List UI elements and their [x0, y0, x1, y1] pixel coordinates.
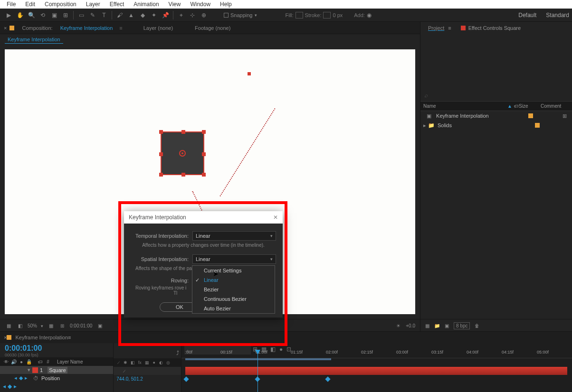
frame-blend-col-icon[interactable]: ▦	[144, 360, 150, 365]
lock-switch-icon[interactable]: 🔒	[26, 359, 32, 364]
transform-handle[interactable]	[202, 152, 206, 156]
3d-col-icon[interactable]: ◎	[165, 360, 171, 365]
mask-icon[interactable]: ▦	[5, 323, 12, 328]
keyframe-point[interactable]	[247, 72, 251, 76]
local-axis-icon[interactable]: ⌖	[176, 10, 186, 20]
video-switch-icon[interactable]: 👁	[3, 359, 10, 364]
temporal-select[interactable]: Linear▾	[192, 231, 276, 241]
menu-view[interactable]: View	[164, 0, 186, 9]
col-size[interactable]: Size	[519, 103, 541, 109]
project-item-folder[interactable]: ▸ 📁 Solids	[420, 121, 572, 130]
menu-window[interactable]: Window	[185, 0, 215, 9]
menu-effect[interactable]: Effect	[105, 0, 129, 9]
resolution-icon[interactable]: ▦	[47, 323, 55, 328]
rectangle-tool-icon[interactable]: ▭	[76, 10, 86, 20]
project-search-input[interactable]: ⌕	[420, 91, 572, 102]
orbit-tool-icon[interactable]: ⟲	[38, 10, 48, 20]
time-ruler[interactable]: :00f 00:15f 01:00f 01:15f 02:00f 02:15f …	[181, 343, 572, 358]
timecode[interactable]: 0:00:01:00	[0, 343, 113, 353]
playhead[interactable]	[257, 350, 258, 392]
timeline-tab[interactable]: Keyframe Interpolation	[15, 335, 68, 340]
flowchart-icon[interactable]: ⊞	[562, 113, 569, 119]
layer-tab[interactable]: Layer (none)	[140, 23, 177, 33]
exposure-icon[interactable]: ☀	[394, 323, 402, 328]
keyframe-nav-next-icon[interactable]: ▸	[25, 375, 28, 381]
prev-icon[interactable]: ◂	[3, 383, 6, 390]
transform-handle[interactable]	[159, 173, 163, 177]
project-item-comp[interactable]: ▣ Keyframe Interpolation ⊞	[420, 111, 572, 121]
grid-icon[interactable]: ⊞	[58, 323, 66, 328]
quality-col-icon[interactable]: ◧	[130, 360, 135, 365]
zoom-tool-icon[interactable]: 🔍	[27, 10, 36, 20]
pen-tool-icon[interactable]: ✎	[88, 10, 97, 20]
label-swatch[interactable]	[535, 123, 540, 128]
keyframe-toggle-icon[interactable]: ◆	[19, 375, 23, 381]
transform-handle[interactable]	[181, 130, 185, 134]
solo-switch-icon[interactable]: ●	[18, 359, 25, 364]
expand-layer-icon[interactable]: ▾	[28, 367, 30, 373]
close-icon[interactable]: ✕	[273, 214, 278, 221]
collapse-col-icon[interactable]: ✱	[123, 360, 128, 365]
transform-handle[interactable]	[159, 152, 163, 156]
world-axis-icon[interactable]: ⊹	[188, 10, 197, 20]
motion-blur-col-icon[interactable]: ●	[151, 360, 157, 365]
selection-tool-icon[interactable]: ▶	[4, 10, 13, 20]
sort-arrow-icon[interactable]: ▲	[507, 103, 512, 109]
bpc-badge[interactable]: 8 bpc	[454, 322, 470, 329]
effect-controls-tab[interactable]: Effect Controls Square	[468, 25, 521, 31]
work-area-bar[interactable]	[185, 358, 331, 360]
anchor-point-icon[interactable]	[179, 150, 186, 157]
option-current-settings[interactable]: Current Settings	[192, 266, 275, 275]
footage-tab[interactable]: Footage (none)	[191, 23, 234, 33]
option-auto-bezier[interactable]: Auto Bezier	[192, 304, 275, 313]
fx-col-icon[interactable]: fx	[137, 360, 143, 365]
menu-help[interactable]: Help	[215, 0, 237, 9]
property-row[interactable]: ◂ ◆ ▸ ⏱ Position	[0, 374, 113, 382]
option-bezier[interactable]: Bezier	[192, 285, 275, 294]
eraser-tool-icon[interactable]: ◆	[138, 10, 147, 20]
label-col-icon[interactable]: 🏷	[37, 359, 44, 364]
expand-icon[interactable]: ▸	[423, 122, 426, 129]
transform-handle[interactable]	[202, 130, 206, 134]
exposure-value[interactable]: +0.0	[406, 323, 415, 328]
transform-handle[interactable]	[159, 130, 163, 134]
layer-name-col[interactable]: Layer Name	[57, 359, 83, 364]
transform-handle[interactable]	[181, 173, 185, 177]
panel-menu-icon[interactable]: ≡	[119, 25, 122, 31]
workspace-standard[interactable]: Standard	[546, 12, 569, 19]
brush-tool-icon[interactable]: 🖌	[115, 10, 124, 20]
layer-name[interactable]: Square	[48, 367, 67, 373]
dialog-titlebar[interactable]: Keyframe Interpolation ✕	[124, 211, 283, 224]
snapping-toggle[interactable]: Snapping ▾	[224, 12, 257, 18]
keyframe-diamond[interactable]	[183, 376, 189, 382]
audio-switch-icon[interactable]: 🔊	[10, 359, 17, 364]
shy-col-icon[interactable]: ⟋	[115, 360, 121, 365]
roto-tool-icon[interactable]: ✦	[149, 10, 159, 20]
keyframe-nav-prev-icon[interactable]: ◂	[14, 375, 17, 381]
shy-icon[interactable]: ⤴	[176, 350, 179, 356]
new-comp-icon[interactable]: ▣	[445, 323, 449, 328]
menu-composition[interactable]: Composition	[40, 0, 81, 9]
menu-animation[interactable]: Animation	[129, 0, 163, 9]
col-name[interactable]: Name	[423, 103, 507, 109]
hand-tool-icon[interactable]: ✋	[15, 10, 25, 20]
breadcrumb-item[interactable]: Keyframe Interpolation	[5, 36, 63, 44]
layer-bar[interactable]	[185, 367, 567, 375]
stroke-swatch[interactable]	[323, 12, 331, 19]
stopwatch-icon[interactable]: ⏱	[33, 375, 38, 381]
project-tab[interactable]: Project	[424, 23, 448, 33]
layer-switches[interactable]: ⟋	[114, 367, 181, 375]
toggle-icon[interactable]: ◆	[8, 383, 12, 390]
camera-tool-icon[interactable]: ▣	[49, 10, 59, 20]
zoom-level[interactable]: 50%	[28, 323, 37, 328]
layer-square[interactable]	[161, 131, 204, 175]
stroke-width[interactable]: 0 px	[333, 12, 343, 18]
tag-icon[interactable]: 🏷	[514, 103, 519, 109]
menu-layer[interactable]: Layer	[81, 0, 105, 9]
interpret-icon[interactable]: ▦	[425, 323, 429, 328]
fill-swatch[interactable]	[296, 12, 303, 19]
label-swatch[interactable]	[528, 113, 533, 118]
layer-label-swatch[interactable]	[32, 367, 38, 373]
panel-menu-icon[interactable]: ≡	[448, 25, 451, 31]
preview-time[interactable]: 0:00:01:00	[70, 323, 92, 328]
